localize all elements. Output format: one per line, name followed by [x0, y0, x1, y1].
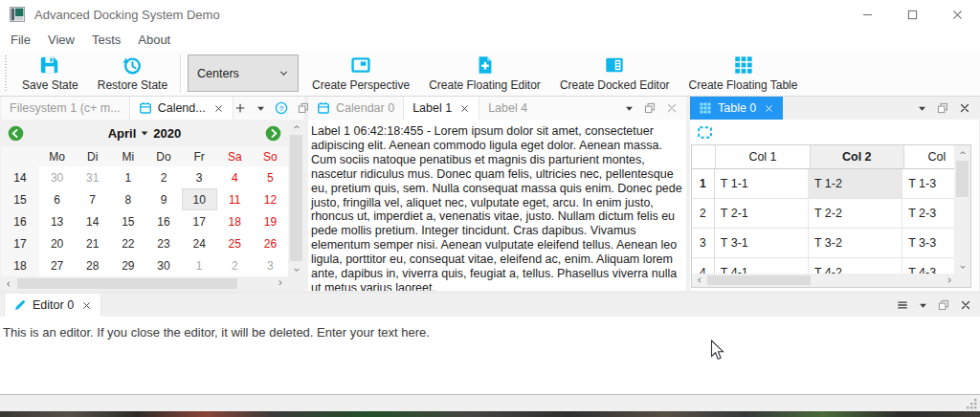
tab-calend[interactable]: Calend... [129, 97, 234, 120]
calendar-day[interactable]: 17 [182, 210, 217, 232]
calendar-day[interactable]: 21 [75, 232, 110, 254]
float-icon[interactable] [937, 298, 950, 312]
table-cell[interactable]: T 1-1 [715, 169, 809, 198]
calendar-day[interactable]: 30 [145, 254, 181, 276]
close-icon[interactable] [959, 298, 972, 312]
calendar-day[interactable]: 1 [182, 254, 217, 276]
calendar-day[interactable]: 5 [253, 166, 288, 188]
calendar-day[interactable]: 19 [253, 210, 288, 232]
calendar-day[interactable]: 14 [75, 210, 110, 232]
scroll-down-icon[interactable] [288, 262, 304, 276]
calendar-day[interactable]: 2 [145, 166, 181, 188]
close-icon[interactable] [665, 101, 679, 115]
calendar-day[interactable]: 3 [182, 166, 217, 188]
tab-editor-0[interactable]: Editor 0 [4, 294, 101, 317]
create-floating-table-button[interactable]: Create Floating Table [679, 52, 808, 95]
calendar-day[interactable]: 12 [253, 188, 288, 210]
chevron-down-icon[interactable] [918, 300, 928, 311]
calendar-day[interactable]: 18 [217, 210, 253, 232]
float-icon[interactable] [936, 101, 949, 115]
scrollbar-thumb[interactable] [956, 161, 969, 197]
table-cell[interactable]: T 3-1 [715, 229, 809, 257]
column-header[interactable]: Col 2 [811, 145, 904, 168]
calendar-month-year[interactable]: April 2020 [24, 126, 265, 141]
editor-content[interactable]: This is an editor. If you close the edit… [0, 317, 980, 394]
plus-icon[interactable] [234, 101, 247, 115]
create-docked-editor-button[interactable]: Create Docked Editor [550, 52, 679, 95]
calendar-next-month-button[interactable] [265, 125, 281, 142]
calendar-day[interactable]: 2 [217, 254, 253, 276]
calendar-year[interactable]: 2020 [153, 126, 181, 141]
calendar-month[interactable]: April [108, 126, 137, 141]
calendar-day[interactable]: 28 [75, 254, 110, 276]
menu-tests[interactable]: Tests [83, 33, 129, 47]
dashed-box-icon[interactable] [697, 124, 713, 141]
calendar-day[interactable]: 11 [217, 188, 253, 210]
scroll-up-icon[interactable] [954, 145, 970, 160]
scroll-right-icon[interactable] [274, 276, 288, 291]
scroll-down-icon[interactable] [954, 259, 970, 274]
row-header[interactable]: 3 [692, 229, 715, 257]
calendar-day[interactable]: 25 [217, 232, 253, 254]
calendar-day[interactable]: 27 [39, 254, 75, 276]
minimize-button[interactable] [845, 0, 890, 29]
calendar-day[interactable]: 8 [110, 188, 145, 210]
menu-about[interactable]: About [129, 33, 179, 47]
month-dropdown-icon[interactable] [141, 129, 148, 137]
maximize-button[interactable] [890, 0, 935, 29]
create-floating-editor-button[interactable]: Create Floating Editor [419, 52, 550, 95]
calendar-day[interactable]: 9 [145, 188, 181, 210]
tab-calendar-0[interactable]: Calendar 0 [308, 97, 403, 120]
scrollbar-thumb[interactable] [707, 275, 811, 285]
row-header[interactable]: 2 [692, 199, 715, 228]
scroll-up-icon[interactable] [288, 120, 304, 134]
chevron-down-icon[interactable] [917, 103, 927, 114]
scroll-left-icon[interactable] [1, 276, 15, 291]
perspective-combobox[interactable]: Centers [188, 55, 299, 92]
tab-filesystem-1-c-m[interactable]: Filesystem 1 (c+ m... [1, 97, 129, 120]
calendar-day[interactable]: 10 [182, 188, 217, 210]
calendar-day[interactable]: 7 [75, 188, 110, 210]
menu-view[interactable]: View [39, 33, 83, 47]
close-icon[interactable] [81, 300, 92, 311]
row-header[interactable]: 1 [692, 169, 715, 198]
calendar-day[interactable]: 20 [39, 232, 75, 254]
calendar-day[interactable]: 15 [110, 210, 145, 232]
close-icon[interactable] [213, 103, 224, 114]
combo-chevron-icon[interactable] [278, 68, 289, 78]
close-button[interactable] [935, 0, 980, 29]
table-cell[interactable]: T 2-1 [715, 199, 809, 228]
help-icon[interactable]: ? [275, 101, 288, 115]
calendar-horizontal-scrollbar[interactable] [1, 276, 288, 291]
calendar-day[interactable]: 31 [75, 166, 110, 188]
calendar-day[interactable]: 26 [253, 232, 288, 254]
calendar-day[interactable]: 30 [39, 166, 75, 188]
tab-label-1[interactable]: Label 1 [403, 97, 479, 120]
table-corner-cell[interactable] [692, 145, 716, 168]
scrollbar-thumb[interactable] [290, 135, 302, 261]
table-cell[interactable]: T 3-2 [809, 229, 902, 257]
calendar-prev-month-button[interactable] [8, 125, 24, 142]
calendar-day[interactable]: 13 [39, 210, 75, 232]
tab-table-0[interactable]: Table 0 [690, 97, 783, 120]
calendar-day[interactable]: 16 [145, 210, 181, 232]
float-icon[interactable] [643, 101, 657, 115]
calendar-day[interactable]: 4 [217, 166, 253, 188]
calendar-vertical-scrollbar[interactable] [288, 120, 304, 276]
scroll-right-icon[interactable] [940, 274, 954, 287]
scrollbar-thumb[interactable] [17, 278, 237, 289]
restore-state-button[interactable]: Restore State [88, 52, 177, 95]
menu-file[interactable]: File [2, 33, 39, 47]
hamburger-icon[interactable] [896, 298, 909, 312]
tab-label-4[interactable]: Label 4 [479, 97, 536, 120]
scroll-left-icon[interactable] [692, 274, 706, 287]
chevron-down-icon[interactable] [256, 103, 266, 114]
close-icon[interactable] [459, 103, 470, 114]
table-vertical-scrollbar[interactable] [954, 145, 970, 274]
calendar-day[interactable]: 23 [145, 232, 181, 254]
toolbar-drag-handle[interactable] [5, 55, 7, 92]
calendar-day[interactable]: 6 [39, 188, 75, 210]
calendar-day[interactable]: 1 [110, 166, 145, 188]
calendar-day[interactable]: 29 [110, 254, 145, 276]
calendar-day[interactable]: 24 [182, 232, 217, 254]
